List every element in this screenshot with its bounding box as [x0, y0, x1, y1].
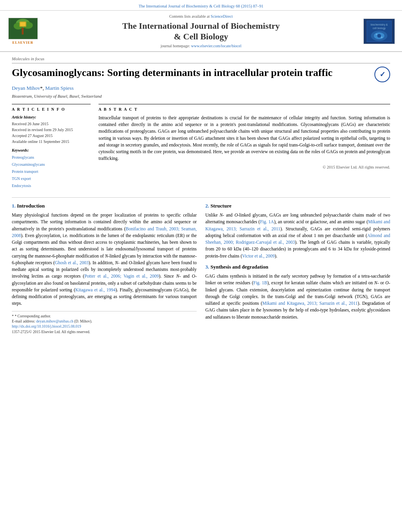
- ref-victor[interactable]: Victor et al., 2009: [242, 254, 275, 258]
- journal-homepage: journal homepage: www.elsevier.com/locat…: [47, 43, 355, 49]
- ref-mikami[interactable]: Mikami and Kitagawa, 2013; Sarrazin et a…: [205, 219, 390, 231]
- section3-heading: 3. Synthesis and degradation: [205, 263, 390, 271]
- footnote-corresponding: * * Corresponding author.: [12, 314, 197, 319]
- email-link[interactable]: deyan.mihov@unibas.ch: [36, 319, 73, 323]
- svg-point-13: [377, 34, 381, 38]
- article-title: Glycosaminoglycans: Sorting determinants…: [12, 67, 370, 79]
- ref-fig1b[interactable]: Fig. 1B: [253, 280, 267, 285]
- ref-potter[interactable]: Potter et al., 2006; Vagin et al., 2009: [84, 274, 159, 278]
- article-title-section: Glycosaminoglycans: Sorting determinants…: [12, 67, 390, 82]
- page-wrapper: The International Journal of Biochemistr…: [0, 0, 402, 339]
- keyword-endocytosis[interactable]: Endocytosis: [12, 182, 91, 189]
- abstract-col: A B S T R A C T Intracellular transport …: [99, 104, 390, 193]
- contents-available-text: Contents lists available at ScienceDirec…: [47, 14, 355, 19]
- homepage-url[interactable]: www.elsevier.com/locate/biocel: [191, 44, 242, 48]
- section2-text: Unlike N- and O-linked glycans, GAGs are…: [205, 212, 390, 260]
- section3-text: GAG chains synthesis is initiated in the…: [205, 273, 390, 321]
- keywords-label: Keywords:: [12, 148, 91, 153]
- journal-citation-header: The International Journal of Biochemistr…: [0, 0, 402, 11]
- journal-title-center: Contents lists available at ScienceDirec…: [39, 14, 363, 49]
- body-columns: 1. Introduction Many physiological funct…: [12, 202, 390, 335]
- abstract-text: Intracellular transport of proteins to t…: [99, 115, 390, 162]
- molecules-tag: Molecules in focus: [12, 56, 390, 63]
- info-columns: A R T I C L E I N F O Article history: R…: [12, 104, 390, 193]
- section2-number: 2.: [205, 203, 209, 209]
- svg-rect-6: [20, 22, 26, 26]
- copyright-line: © 2015 Elsevier Ltd. All rights reserved…: [99, 165, 390, 171]
- svg-text:biochemistry &: biochemistry &: [370, 23, 388, 26]
- ref-fig1a[interactable]: Fig. 1A: [260, 219, 274, 224]
- article-info-col: A R T I C L E I N F O Article history: R…: [12, 104, 91, 193]
- journal-main-title: The International Journal of Biochemistr…: [47, 21, 355, 42]
- sciencedirect-link[interactable]: ScienceDirect: [210, 14, 233, 19]
- elsevier-logo-image: [8, 18, 38, 39]
- elsevier-logo: ELSEVIER: [7, 18, 39, 45]
- footnote-area: * * Corresponding author. E-mail address…: [12, 311, 197, 335]
- doi-link[interactable]: http://dx.doi.org/10.1016/j.biocel.2015.…: [12, 324, 81, 328]
- author-spiess[interactable]: Martin Spiess: [45, 85, 74, 91]
- ref-almond[interactable]: Almond and Sheehan, 2000; Rodriguez-Carv…: [205, 233, 390, 245]
- journal-logo-image: biochemistry & cell biology: [365, 20, 393, 43]
- svg-point-15: [381, 37, 383, 38]
- elsevier-label: ELSEVIER: [12, 40, 34, 45]
- journal-branding-row: ELSEVIER Contents lists available at Sci…: [0, 11, 402, 52]
- svg-rect-4: [22, 28, 24, 35]
- received-date: Received 26 June 2015: [12, 121, 91, 127]
- svg-text:cell biology: cell biology: [373, 27, 386, 30]
- available-online-date: Available online 11 September 2015: [12, 139, 91, 145]
- author-mihov[interactable]: Deyan Mihov: [12, 85, 40, 91]
- ref-mikami2[interactable]: Mikami and Kitagawa, 2013; Sarrazin et a…: [262, 301, 358, 306]
- svg-point-14: [376, 33, 377, 35]
- body-col-right: 2. Structure Unlike N- and O-linked glyc…: [205, 202, 390, 335]
- keyword-tgn-export[interactable]: TGN export: [12, 175, 91, 182]
- section-divider: [12, 197, 390, 198]
- ref-kitagawa[interactable]: Kitagawa et al., 1994: [75, 287, 115, 292]
- section2-heading: 2. Structure: [205, 202, 390, 209]
- footnote-email: E-mail address: deyan.mihov@unibas.ch (D…: [12, 319, 197, 324]
- footnote-doi: http://dx.doi.org/10.1016/j.biocel.2015.…: [12, 324, 197, 329]
- authors: Deyan Mihov*, Martin Spiess: [12, 85, 390, 92]
- body-col-left: 1. Introduction Many physiological funct…: [12, 202, 197, 335]
- journal-logo-right: biochemistry & cell biology: [363, 19, 395, 44]
- elsevier-tree-icon: [9, 18, 37, 39]
- section1-heading: 1. Introduction: [12, 202, 197, 209]
- main-content: Molecules in focus Glycosaminoglycans: S…: [0, 52, 402, 339]
- journal-citation-text: The International Journal of Biochemistr…: [139, 4, 264, 8]
- crossmark-icon: ✓: [380, 70, 385, 80]
- keyword-glycosaminoglycans[interactable]: Glycosaminoglycans: [12, 161, 91, 168]
- section3-number: 3.: [205, 264, 209, 270]
- ref-bonifacino[interactable]: Bonifacino and Traub, 2003; Seaman, 2008: [12, 226, 197, 238]
- keywords-section: Keywords: Proteoglycans Glycosaminoglyca…: [12, 148, 91, 189]
- abstract-heading: A B S T R A C T: [99, 107, 390, 112]
- received-revised-date: Received in revised form 29 July 2015: [12, 127, 91, 133]
- footnote-issn: 1357-2725/© 2015 Elsevier Ltd. All right…: [12, 330, 197, 335]
- section1-number: 1.: [12, 203, 16, 209]
- keywords-list: Proteoglycans Glycosaminoglycans Protein…: [12, 154, 91, 189]
- crossmark-logo[interactable]: ✓: [374, 67, 390, 82]
- ref-ghosh[interactable]: Ghosh et al., 2003: [55, 260, 89, 265]
- keyword-protein-transport[interactable]: Protein transport: [12, 168, 91, 175]
- accepted-date: Accepted 27 August 2015: [12, 133, 91, 139]
- keyword-proteoglycans[interactable]: Proteoglycans: [12, 154, 91, 161]
- section1-text: Many physiological functions depend on t…: [12, 212, 197, 307]
- article-history: Article history: Received 26 June 2015 R…: [12, 115, 91, 145]
- affiliation: Biozentrum, University of Basel, Basel, …: [12, 93, 390, 99]
- history-label: Article history:: [12, 115, 91, 120]
- article-info-heading: A R T I C L E I N F O: [12, 107, 91, 112]
